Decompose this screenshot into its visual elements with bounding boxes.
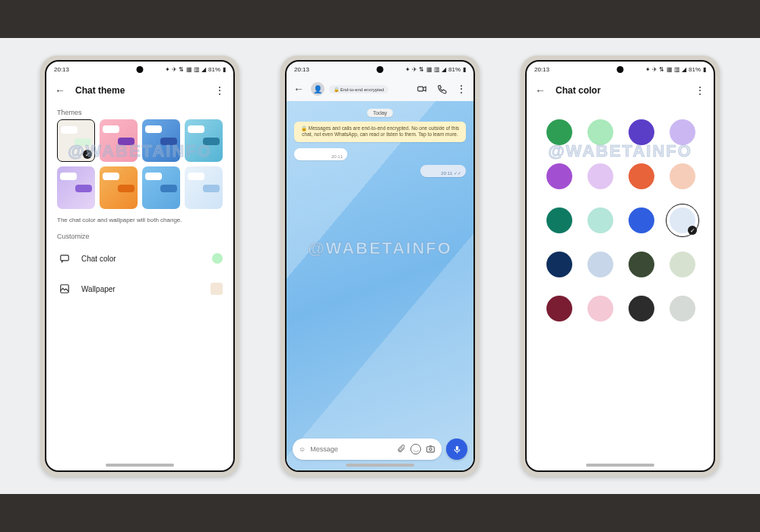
more-icon[interactable]: ⋮ bbox=[454, 81, 469, 97]
color-option-18[interactable] bbox=[629, 296, 654, 321]
app-bar: ← Chat theme ⋮ bbox=[46, 77, 233, 104]
app-bar: ← Chat color ⋮ bbox=[527, 77, 714, 104]
nav-pill bbox=[346, 464, 414, 467]
message-composer: ☺ Message ◡ bbox=[293, 439, 467, 460]
status-battery: 81% bbox=[448, 66, 461, 73]
wallpaper-label: Wallpaper bbox=[81, 285, 201, 293]
color-option-7[interactable] bbox=[670, 163, 695, 189]
sticker-icon[interactable]: ◡ bbox=[410, 444, 421, 454]
chat-color-swatch bbox=[212, 253, 223, 264]
status-icons: ✦ ✈ ⇅ ▦ ▥ ◢ bbox=[405, 66, 446, 73]
svg-point-4 bbox=[429, 448, 432, 450]
wallpaper-swatch bbox=[211, 283, 223, 295]
status-battery: 81% bbox=[689, 66, 701, 73]
theme-tile-0[interactable]: ✓ bbox=[57, 119, 95, 162]
color-option-11[interactable] bbox=[670, 207, 695, 233]
status-icons: ✦ ✈ ⇅ ▦ ▥ ◢ bbox=[165, 66, 206, 73]
theme-tile-4[interactable] bbox=[57, 166, 95, 209]
color-option-6[interactable] bbox=[629, 163, 654, 189]
message-outgoing[interactable]: 20:11 ✓✓ bbox=[420, 165, 466, 177]
status-icons: ✦ ✈ ⇅ ▦ ▥ ◢ bbox=[645, 66, 686, 73]
color-option-8[interactable] bbox=[546, 207, 572, 233]
status-time: 20:13 bbox=[54, 66, 69, 73]
battery-icon: ▮ bbox=[703, 66, 706, 73]
chat-app-bar: ← 👤 🔒 End-to-end encrypted ⋮ bbox=[287, 77, 473, 101]
theme-grid: ✓ bbox=[46, 119, 233, 209]
chat-bubble-icon bbox=[57, 251, 72, 266]
color-option-16[interactable] bbox=[546, 296, 572, 321]
nav-pill bbox=[586, 464, 654, 467]
status-time: 20:13 bbox=[534, 66, 549, 73]
svg-rect-2 bbox=[418, 87, 423, 91]
color-option-13[interactable] bbox=[587, 252, 613, 277]
theme-tile-6[interactable] bbox=[142, 166, 180, 209]
camera-cutout bbox=[617, 66, 624, 73]
chat-color-label: Chat color bbox=[81, 255, 203, 263]
phone-frame-2: 20:13 ✦ ✈ ⇅ ▦ ▥ ◢ 81% ▮ ← 👤 🔒 End-to-end… bbox=[280, 55, 480, 477]
color-option-15[interactable] bbox=[670, 252, 695, 277]
page-title: Chat theme bbox=[75, 85, 204, 96]
theme-tile-2[interactable] bbox=[142, 119, 180, 162]
phone-frame-3: @WABETAINFO 20:13 ✦ ✈ ⇅ ▦ ▥ ◢ 81% ▮ ← Ch… bbox=[521, 55, 720, 477]
encryption-notice[interactable]: 🔒 Messages and calls are end-to-end encr… bbox=[294, 122, 466, 142]
theme-hint: The chat color and wallpaper will both c… bbox=[46, 209, 233, 228]
theme-tile-3[interactable] bbox=[185, 119, 223, 162]
svg-rect-0 bbox=[61, 255, 69, 261]
battery-icon: ▮ bbox=[463, 66, 466, 73]
color-option-12[interactable] bbox=[546, 252, 572, 277]
emoji-icon[interactable]: ☺ bbox=[299, 445, 306, 453]
wallpaper-icon bbox=[57, 281, 72, 296]
color-option-1[interactable] bbox=[587, 119, 613, 145]
encryption-chip[interactable]: 🔒 End-to-end encrypted bbox=[329, 85, 388, 93]
video-call-icon[interactable] bbox=[414, 81, 429, 97]
more-icon[interactable]: ⋮ bbox=[692, 83, 708, 98]
back-icon[interactable]: ← bbox=[52, 83, 68, 98]
color-option-10[interactable] bbox=[629, 207, 654, 233]
attach-icon[interactable] bbox=[397, 444, 406, 454]
themes-label: Themes bbox=[46, 104, 233, 119]
customize-label: Customize bbox=[46, 228, 233, 243]
date-pill: Today bbox=[367, 109, 394, 117]
color-option-9[interactable] bbox=[587, 207, 613, 233]
color-option-4[interactable] bbox=[546, 163, 572, 189]
mic-button[interactable] bbox=[446, 439, 467, 460]
camera-cutout bbox=[137, 66, 144, 73]
color-option-3[interactable] bbox=[670, 119, 695, 145]
wallpaper-row[interactable]: Wallpaper bbox=[46, 274, 233, 304]
chat-color-row[interactable]: Chat color bbox=[46, 243, 233, 274]
theme-tile-1[interactable] bbox=[100, 119, 138, 162]
theme-tile-5[interactable] bbox=[100, 166, 138, 209]
color-option-5[interactable] bbox=[587, 163, 613, 189]
watermark: @WABETAINFO bbox=[308, 239, 452, 258]
phone-frame-1: @WABETAINFO 20:13 ✦ ✈ ⇅ ▦ ▥ ◢ 81% ▮ ← Ch… bbox=[40, 55, 239, 477]
color-option-17[interactable] bbox=[587, 296, 613, 321]
color-option-0[interactable] bbox=[546, 119, 572, 145]
more-icon[interactable]: ⋮ bbox=[212, 83, 227, 98]
message-placeholder: Message bbox=[310, 445, 392, 453]
color-option-19[interactable] bbox=[670, 296, 695, 321]
nav-pill bbox=[106, 464, 174, 467]
chat-background: @WABETAINFO Today 🔒 Messages and calls a… bbox=[287, 101, 473, 470]
status-time: 20:13 bbox=[294, 66, 309, 73]
color-option-14[interactable] bbox=[629, 252, 654, 277]
back-icon[interactable]: ← bbox=[291, 81, 306, 97]
color-option-2[interactable] bbox=[629, 119, 654, 145]
presentation-canvas: @WABETAINFO 20:13 ✦ ✈ ⇅ ▦ ▥ ◢ 81% ▮ ← Ch… bbox=[0, 38, 760, 494]
camera-cutout bbox=[377, 66, 384, 73]
status-battery: 81% bbox=[208, 66, 220, 73]
svg-rect-3 bbox=[427, 446, 435, 451]
voice-call-icon[interactable] bbox=[434, 81, 449, 97]
theme-tile-7[interactable] bbox=[185, 166, 223, 209]
message-input[interactable]: ☺ Message ◡ bbox=[293, 439, 442, 460]
color-grid bbox=[527, 104, 714, 337]
back-icon[interactable]: ← bbox=[533, 83, 548, 98]
avatar[interactable]: 👤 bbox=[311, 82, 325, 96]
battery-icon: ▮ bbox=[223, 66, 226, 73]
page-title: Chat color bbox=[556, 85, 685, 96]
camera-icon[interactable] bbox=[426, 444, 435, 455]
message-incoming[interactable]: 20:11 bbox=[294, 148, 347, 160]
